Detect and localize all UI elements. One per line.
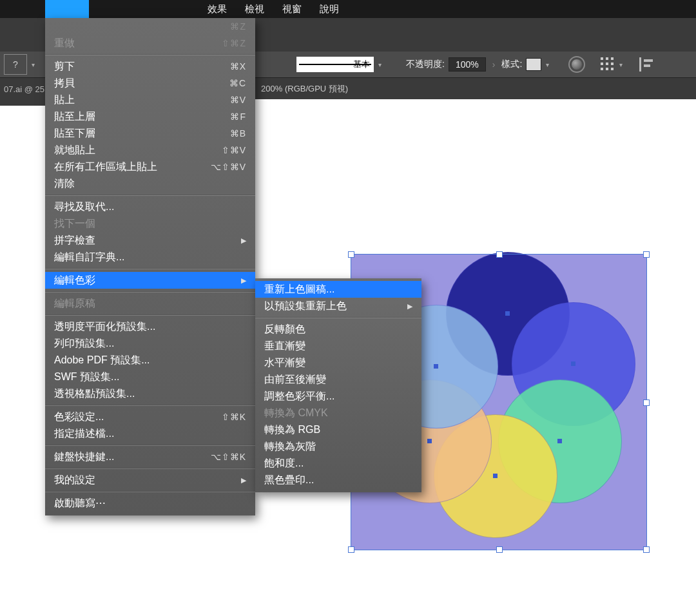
menu-shortcuts[interactable]: 鍵盤快捷鍵...⌥⇧⌘K	[45, 448, 255, 465]
opacity-input[interactable]: 100%	[449, 57, 486, 72]
menu-paste-back[interactable]: 貼至下層⌘B	[45, 125, 255, 142]
doc-tab-left[interactable]: 07.ai @ 25	[0, 84, 48, 94]
menu-dictation[interactable]: 啟動聽寫⋯	[45, 495, 255, 512]
menu-divider	[45, 195, 255, 196]
menu-paste-place[interactable]: 就地貼上⇧⌘V	[45, 142, 255, 159]
doc-tab-right[interactable]: 200% (RGB/GPU 預視)	[261, 83, 348, 95]
submenu-to-rgb[interactable]: 轉換為 RGB	[255, 421, 421, 438]
app-window: 效果 檢視 視窗 說明 ? ▾ 基本 ▾ 不透明度: 100% › 樣式: ▾ …	[0, 0, 696, 616]
menu-divider	[45, 491, 255, 492]
menu-edit-original: 編輯原稿	[45, 295, 255, 312]
submenu-balance[interactable]: 調整色彩平衡...	[255, 388, 421, 405]
submenu-recolor-preset[interactable]: 以預設集重新上色▶	[255, 298, 421, 314]
menu-paste-front[interactable]: 貼至上層⌘F	[45, 108, 255, 125]
separator: ›	[492, 59, 496, 70]
submenu-to-gray[interactable]: 轉換為灰階	[255, 438, 421, 455]
submenu-invert[interactable]: 反轉顏色	[255, 321, 421, 338]
chevron-down-icon[interactable]: ▾	[615, 55, 626, 74]
stroke-style-dropdown[interactable]: 基本	[296, 57, 374, 72]
menu-help[interactable]: 說明	[311, 3, 348, 15]
chevron-down-icon[interactable]: ▾	[374, 55, 385, 74]
edit-colors-submenu: 重新上色圖稿... 以預設集重新上色▶ 反轉顏色 垂直漸變 水平漸變 由前至後漸…	[255, 278, 421, 492]
menu-find[interactable]: 尋找及取代...	[45, 198, 255, 215]
menu-divider	[45, 291, 255, 293]
menu-divider	[45, 405, 255, 406]
handle-top-left[interactable]	[348, 251, 354, 258]
menu-edit-colors[interactable]: 編輯色彩▶	[45, 272, 255, 289]
menu-divider	[45, 314, 255, 316]
menu-effect[interactable]: 效果	[198, 3, 236, 15]
menu-undo: ⌘Z	[45, 18, 255, 35]
menu-flatten[interactable]: 透明度平面化預設集...	[45, 318, 255, 335]
align-grid-icon[interactable]	[601, 57, 615, 72]
submenu-arrow-icon: ▶	[241, 236, 246, 245]
handle-bot-left[interactable]	[348, 546, 354, 553]
menu-find-next: 找下一個	[45, 215, 255, 232]
recolor-icon[interactable]	[568, 56, 585, 73]
menu-my-settings[interactable]: 我的設定▶	[45, 472, 255, 488]
menu-color-settings[interactable]: 色彩設定...⇧⌘K	[45, 409, 255, 425]
handle-bot-mid[interactable]	[496, 546, 503, 553]
style-swatch[interactable]	[526, 58, 541, 71]
handle-top-mid[interactable]	[496, 251, 503, 258]
menu-perspective[interactable]: 透視格點預設集...	[45, 385, 255, 402]
opacity-label: 不透明度:	[406, 59, 445, 70]
submenu-arrow-icon: ▶	[241, 276, 246, 285]
submenu-vblend[interactable]: 垂直漸變	[255, 338, 421, 354]
chevron-down-icon[interactable]: ▾	[541, 55, 553, 74]
menubar-active-edit[interactable]	[45, 0, 89, 18]
submenu-arrow-icon: ▶	[241, 476, 246, 485]
menu-divider	[45, 445, 255, 446]
submenu-overprint[interactable]: 黑色疊印...	[255, 472, 421, 488]
handle-mid-right[interactable]	[643, 399, 650, 406]
submenu-to-cmyk: 轉換為 CMYK	[255, 405, 421, 421]
menu-paste-all[interactable]: 在所有工作區域上貼上⌥⇧⌘V	[45, 159, 255, 175]
menu-spell[interactable]: 拼字檢查▶	[45, 232, 255, 249]
submenu-fbblend[interactable]: 由前至後漸變	[255, 371, 421, 388]
menu-paste[interactable]: 貼上⌘V	[45, 91, 255, 108]
submenu-arrow-icon: ▶	[407, 302, 412, 311]
menu-redo: 重做⇧⌘Z	[45, 35, 255, 52]
menu-divider	[255, 317, 421, 318]
menu-view[interactable]: 檢視	[236, 3, 273, 15]
chevron-down-icon[interactable]: ▾	[27, 55, 39, 74]
menu-window[interactable]: 視窗	[273, 3, 311, 15]
help-icon[interactable]: ?	[4, 54, 27, 75]
menu-swf-presets[interactable]: SWF 預設集...	[45, 369, 255, 385]
align-panel-icon[interactable]	[639, 57, 655, 72]
menu-pdf-presets[interactable]: Adobe PDF 預設集...	[45, 352, 255, 369]
menu-divider	[45, 54, 255, 55]
submenu-recolor[interactable]: 重新上色圖稿...	[255, 281, 421, 298]
handle-top-right[interactable]	[643, 251, 650, 258]
menu-assign-profile[interactable]: 指定描述檔...	[45, 425, 255, 442]
menu-cut[interactable]: 剪下⌘X	[45, 58, 255, 75]
edit-menu: ⌘Z 重做⇧⌘Z 剪下⌘X 拷貝⌘C 貼上⌘V 貼至上層⌘F 貼至下層⌘B 就地…	[45, 18, 255, 515]
stroke-style-label: 基本	[353, 59, 370, 70]
style-label: 樣式:	[501, 59, 522, 70]
menu-divider	[45, 468, 255, 469]
canvas-corner	[0, 99, 45, 106]
submenu-saturate[interactable]: 飽和度...	[255, 455, 421, 472]
menu-divider	[45, 268, 255, 269]
menubar: 效果 檢視 視窗 說明	[0, 0, 696, 18]
submenu-hblend[interactable]: 水平漸變	[255, 354, 421, 371]
handle-bot-right[interactable]	[643, 546, 650, 553]
menu-dict[interactable]: 編輯自訂字典...	[45, 249, 255, 265]
menu-clear[interactable]: 清除	[45, 175, 255, 192]
menu-copy[interactable]: 拷貝⌘C	[45, 75, 255, 91]
menu-print-presets[interactable]: 列印預設集...	[45, 335, 255, 352]
